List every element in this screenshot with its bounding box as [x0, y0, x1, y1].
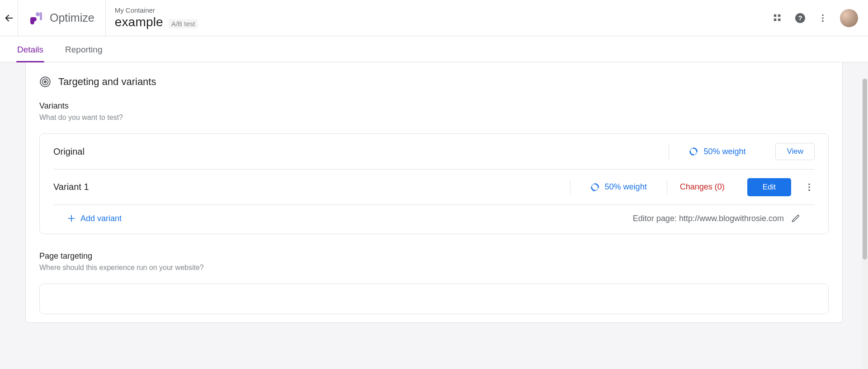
vertical-scrollbar[interactable] [862, 79, 868, 369]
tab-reporting[interactable]: Reporting [64, 38, 103, 62]
more-vertical-icon [804, 182, 814, 192]
svg-point-19 [808, 189, 810, 191]
svg-rect-2 [40, 12, 42, 20]
apps-button[interactable] [772, 13, 783, 24]
product-name: Optimize [50, 11, 94, 24]
help-icon: ? [795, 12, 806, 24]
svg-point-17 [808, 183, 810, 185]
variant-weight-label: 50% weight [605, 182, 647, 192]
edit-button[interactable]: Edit [747, 178, 791, 196]
variants-subtext: What do you want to test? [39, 114, 829, 122]
experiment-type-badge: A/B test [169, 19, 198, 28]
section-title: Targeting and variants [58, 76, 156, 88]
add-variant-label: Add variant [80, 214, 122, 223]
svg-text:?: ? [798, 14, 802, 22]
variant-changes-button[interactable]: Changes (0) [667, 180, 737, 194]
editor-page-label: Editor page: http://www.blogwithrosie.co… [633, 214, 784, 223]
page-targeting-subtext: Where should this experience run on your… [39, 264, 829, 272]
variant-overflow-button[interactable] [804, 182, 815, 193]
page-targeting-row[interactable] [39, 284, 829, 314]
page-targeting-heading: Page targeting [39, 251, 829, 261]
svg-rect-8 [778, 18, 781, 20]
content-area: Targeting and variants Variants What do … [0, 62, 868, 369]
plus-icon [67, 214, 76, 223]
variant-weight-button[interactable]: 50% weight [669, 144, 765, 159]
product-logo[interactable]: Optimize [18, 0, 106, 36]
app-header: Optimize My Container example A/B test ? [0, 0, 868, 36]
weight-split-icon [689, 147, 698, 156]
variants-heading: Variants [39, 101, 829, 111]
weight-split-icon [590, 183, 599, 192]
variant-weight-label: 50% weight [703, 147, 745, 156]
arrow-left-icon [4, 13, 14, 23]
svg-point-12 [822, 17, 824, 19]
variants-footer: Add variant Editor page: http://www.blog… [53, 204, 815, 234]
svg-rect-1 [36, 12, 40, 16]
variant-name: Variant 1 [53, 182, 570, 192]
svg-point-13 [822, 20, 824, 22]
svg-rect-7 [774, 18, 777, 20]
variants-box: Original 50% weight View Variant 1 50% w… [39, 133, 829, 234]
pencil-icon [791, 214, 800, 223]
svg-rect-6 [778, 14, 781, 17]
tab-details[interactable]: Details [16, 38, 44, 62]
title-block: My Container example A/B test [106, 6, 198, 29]
tabs-bar: Details Reporting [0, 36, 868, 62]
variant-row-variant-1[interactable]: Variant 1 50% weight Changes (0) Edit [53, 169, 815, 204]
view-button[interactable]: View [775, 143, 815, 160]
variant-name: Original [53, 147, 669, 157]
scrollbar-thumb[interactable] [863, 79, 867, 260]
add-variant-button[interactable]: Add variant [67, 214, 122, 223]
experiment-name: example [115, 15, 163, 29]
variant-row-original[interactable]: Original 50% weight View [40, 134, 828, 169]
svg-rect-5 [774, 14, 777, 17]
target-icon [39, 76, 51, 88]
svg-rect-4 [30, 17, 34, 24]
help-button[interactable]: ? [795, 13, 806, 24]
targeting-card: Targeting and variants Variants What do … [25, 62, 843, 323]
svg-point-11 [822, 14, 824, 16]
account-avatar[interactable] [840, 9, 858, 27]
container-name: My Container [115, 6, 198, 14]
more-vertical-icon [818, 13, 828, 23]
apps-icon [773, 13, 783, 23]
back-button[interactable] [0, 0, 18, 36]
overflow-menu-button[interactable] [817, 13, 828, 24]
optimize-logo-icon [29, 11, 43, 25]
svg-point-18 [808, 186, 810, 188]
svg-point-16 [44, 81, 46, 83]
variant-weight-button[interactable]: 50% weight [570, 180, 667, 194]
edit-editor-page-button[interactable] [790, 213, 801, 224]
